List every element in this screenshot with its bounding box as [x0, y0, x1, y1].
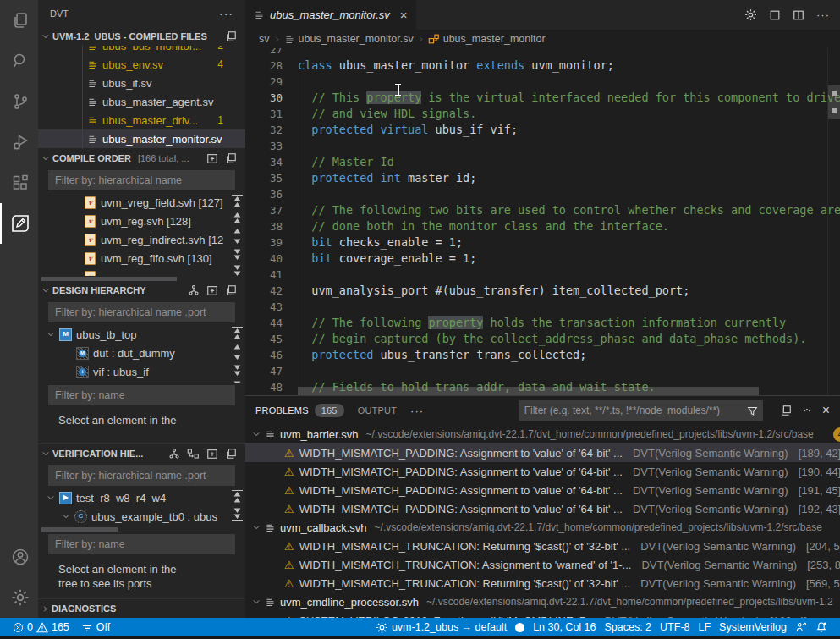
code-line[interactable]: 41: [245, 267, 840, 283]
problem-row[interactable]: ⚠WIDTH_MISMATCH_TRUNCATION: Assignment t…: [245, 555, 840, 574]
code-line[interactable]: 42 uvm_analysis_port #(ubus_transfer) it…: [245, 283, 840, 299]
eol[interactable]: LF: [695, 618, 716, 636]
code-line[interactable]: 47: [245, 363, 840, 379]
scroll-up-icon[interactable]: [232, 228, 243, 234]
tab-ubus-master-monitor[interactable]: ubus_master_monitor.sv ×: [245, 0, 416, 30]
build-status[interactable]: [511, 618, 529, 636]
problem-row[interactable]: ⚠SYSTEM_VERILOG-2012: Function ... 'UVM_…: [245, 611, 840, 618]
code-line[interactable]: 46 protected ubus_transfer trans_collect…: [245, 347, 840, 363]
compile-order-filter-input[interactable]: [48, 170, 235, 190]
file-item[interactable]: ubus_env.sv4: [38, 55, 245, 74]
account-icon[interactable]: [0, 537, 38, 577]
code-line[interactable]: 39 bit checks_enable = 1;: [245, 234, 840, 251]
file-item[interactable]: ubus_if.sv: [38, 74, 245, 92]
tree-item[interactable]: Mubus_tb_top: [38, 325, 245, 344]
code-line[interactable]: 29: [245, 74, 840, 90]
problems-status[interactable]: 0 165: [8, 618, 74, 636]
problems-filter-input[interactable]: [519, 405, 742, 416]
tab-problems[interactable]: PROBLEMS 165: [255, 404, 344, 417]
problem-group-row[interactable]: uvm_barrier.svh~/.vscode/extensions/amiq…: [245, 425, 840, 443]
code-line[interactable]: 27: [245, 48, 840, 58]
file-item[interactable]: vuvm_reg_indirect.svh [12: [38, 230, 245, 249]
open-editors-icon[interactable]: [225, 30, 237, 42]
verification-name-filter-input[interactable]: [48, 534, 235, 554]
encoding[interactable]: UTF-8: [656, 618, 694, 636]
code-line[interactable]: 28class ubus_master_monitor extends uvm_…: [245, 58, 840, 74]
design-filter-input[interactable]: [48, 302, 235, 322]
sidebar-more-actions[interactable]: ···: [219, 7, 233, 20]
scroll-down-icon[interactable]: [232, 364, 243, 377]
code-line[interactable]: 31 // and view HDL signals.: [245, 106, 840, 122]
overview-ruler[interactable]: [827, 48, 840, 395]
settings-gear-icon[interactable]: [0, 577, 38, 618]
open-in-editor-icon[interactable]: [780, 405, 792, 416]
more-actions-icon[interactable]: ···: [816, 8, 830, 21]
problem-group-row[interactable]: uvm_cmdline_processor.svh~/.vscode/exten…: [245, 592, 840, 611]
indentation[interactable]: Spaces: 2: [600, 618, 656, 636]
filter-icon[interactable]: [742, 405, 763, 416]
scroll-up-icon[interactable]: [232, 344, 243, 350]
open-new-icon[interactable]: [206, 284, 218, 296]
tree-item[interactable]: Mdut : dut_dummy: [38, 344, 245, 362]
file-item[interactable]: ubus_master_driv...1: [38, 111, 245, 129]
scroll-down-icon[interactable]: [232, 264, 243, 276]
notifications[interactable]: [811, 618, 832, 636]
scroll-down-icon[interactable]: [232, 507, 243, 521]
code-line[interactable]: 30 // This property is the virtual inter…: [245, 90, 840, 106]
scroll-down-icon[interactable]: [232, 380, 243, 383]
feedback[interactable]: [791, 618, 811, 636]
section-compile-order-header[interactable]: COMPILE ORDER [166 total, ...: [38, 149, 245, 168]
scroll-up-icon[interactable]: [232, 327, 243, 340]
problem-group-row[interactable]: uvm_callback.svh~/.vscode/extensions/ami…: [245, 518, 840, 537]
scroll-up-icon[interactable]: [232, 212, 243, 224]
hierarchy-icon[interactable]: [188, 284, 200, 296]
dvt-icon[interactable]: [0, 203, 38, 244]
file-item[interactable]: ubus_bus_monitor...2: [38, 46, 245, 55]
open-new-icon[interactable]: [206, 448, 218, 460]
maximize-panel-icon[interactable]: [802, 405, 812, 416]
tab-output[interactable]: OUTPUT: [358, 405, 397, 416]
collapse-icon[interactable]: [225, 152, 237, 164]
dvt-mode-status[interactable]: Off: [77, 618, 114, 636]
project-status[interactable]: uvm-1.2_ubus → default: [371, 618, 511, 636]
code-line[interactable]: 44 // The following property holds the t…: [245, 315, 840, 331]
problem-row[interactable]: ⚠WIDTH_MISMATCH_PADDING: Assignment to '…: [245, 481, 840, 499]
layout-icon[interactable]: [769, 9, 781, 21]
problem-row[interactable]: ⚠WIDTH_MISMATCH_TRUNCATION: Returning '$…: [245, 537, 840, 555]
run-debug-icon[interactable]: [0, 122, 38, 163]
gear-icon[interactable]: [744, 8, 757, 21]
code-line[interactable]: 45 // begin captured (by the collect_add…: [245, 331, 840, 347]
breadcrumb-item-sv[interactable]: sv: [259, 33, 270, 45]
code-line[interactable]: 32 protected virtual ubus_if vif;: [245, 122, 840, 138]
tree-item[interactable]: ivif : ubus_if: [38, 362, 245, 381]
verification-filter-input[interactable]: [48, 465, 235, 486]
horizontal-scrollbar[interactable]: [298, 387, 827, 395]
search-icon[interactable]: [0, 41, 38, 81]
file-item[interactable]: vuvm_reg.svh [128]: [38, 212, 245, 230]
close-panel-icon[interactable]: ×: [822, 403, 830, 418]
problem-row[interactable]: ⚠WIDTH_MISMATCH_TRUNCATION: Returning '$…: [245, 574, 840, 592]
code-line[interactable]: 43: [245, 299, 840, 315]
code-line[interactable]: 40 bit coverage_enable = 1;: [245, 251, 840, 267]
section-diagnostics-header[interactable]: DIAGNOSTICS: [38, 598, 245, 618]
breadcrumb-item-class[interactable]: ubus_master_monitor: [428, 33, 546, 45]
problem-row[interactable]: ⚠WIDTH_MISMATCH_PADDING: Assignment to '…: [245, 443, 840, 462]
section-verification-hierarchy-header[interactable]: VERIFICATION HIE...: [38, 443, 245, 463]
code-line[interactable]: 37 // The following two bits are used to…: [245, 202, 840, 218]
scroll-down-icon[interactable]: [232, 354, 243, 361]
relation-icon[interactable]: [187, 448, 200, 460]
code-editor[interactable]: 2728class ubus_master_monitor extends uv…: [245, 48, 840, 395]
breadcrumb-item-file[interactable]: ubus_master_monitor.sv: [284, 33, 414, 45]
problem-row[interactable]: ⚠WIDTH_MISMATCH_PADDING: Assignment to '…: [245, 499, 840, 518]
section-design-hierarchy-header[interactable]: DESIGN HIERARCHY: [38, 281, 245, 300]
scroll-up-icon[interactable]: [232, 195, 243, 208]
file-item[interactable]: ubus_master_agent.sv: [38, 92, 245, 111]
language-mode[interactable]: SystemVerilog: [715, 618, 791, 636]
cursor-position[interactable]: Ln 30, Col 16: [529, 618, 600, 636]
file-item[interactable]: ubus_master_monitor.sv: [38, 129, 245, 148]
split-editor-icon[interactable]: [793, 9, 804, 21]
section-compiled-files-header[interactable]: UVM-1.2_UBUS - COMPILED FILES: [38, 27, 245, 46]
horizontal-scrollbar[interactable]: [41, 277, 211, 281]
hierarchy-icon[interactable]: [168, 448, 180, 460]
extensions-icon[interactable]: [0, 163, 38, 203]
